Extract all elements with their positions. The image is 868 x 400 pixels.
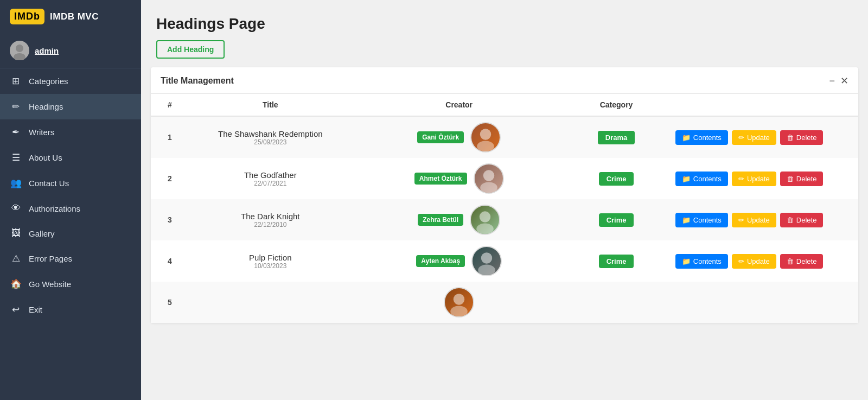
page-title: Headings Page <box>156 15 853 33</box>
folder-icon: 📁 <box>682 134 691 142</box>
contents-button[interactable]: 📁 Contents <box>675 130 728 145</box>
contents-button[interactable]: 📁 Contents <box>675 172 728 186</box>
row-title-cell: The Dark Knight 22/12/2010 <box>189 199 352 240</box>
table-row: 2 The Godfather 22/07/2021 Ahmet Öztürk <box>151 158 858 199</box>
table-card-header: Title Management − ✕ <box>151 67 858 94</box>
sidebar-item-writers[interactable]: ✒ Writers <box>0 119 141 145</box>
row-title-cell: The Godfather 22/07/2021 <box>189 158 352 199</box>
sidebar-item-exit[interactable]: ↩ Exit <box>0 297 141 322</box>
row-category-cell: Drama <box>566 116 667 158</box>
delete-label: Delete <box>796 257 817 265</box>
update-button[interactable]: ✏ Update <box>732 254 776 269</box>
row-date: 25/09/2023 <box>197 138 343 146</box>
pencil-icon: ✏ <box>738 175 744 183</box>
pen-icon: ✒ <box>10 126 22 138</box>
home-icon: 🏠 <box>10 278 22 290</box>
folder-icon: 📁 <box>682 216 691 224</box>
contents-button[interactable]: 📁 Contents <box>675 213 728 227</box>
sidebar-label-about-us: About Us <box>29 153 62 162</box>
svg-point-0 <box>16 45 23 52</box>
delete-button[interactable]: 🗑 Delete <box>780 172 824 186</box>
svg-point-7 <box>476 224 494 234</box>
update-button[interactable]: ✏ Update <box>732 213 776 227</box>
edit-icon: ✏ <box>10 101 22 112</box>
delete-label: Delete <box>796 216 817 224</box>
sidebar-item-categories[interactable]: ⊞ Categories <box>0 68 141 94</box>
trash-icon: 🗑 <box>787 257 794 265</box>
sidebar-item-go-website[interactable]: 🏠 Go Website <box>0 271 141 297</box>
sidebar-label-go-website: Go Website <box>29 280 71 289</box>
avatar <box>444 287 474 318</box>
gallery-icon: 🖼 <box>10 228 22 239</box>
row-creator-cell <box>352 282 566 323</box>
update-button[interactable]: ✏ Update <box>732 130 776 145</box>
close-button[interactable]: ✕ <box>840 75 848 87</box>
folder-icon: 📁 <box>682 175 691 183</box>
table-row: 4 Pulp Fiction 10/03/2023 Ayten Akbaş <box>151 240 858 282</box>
pencil-icon: ✏ <box>738 134 744 142</box>
svg-point-2 <box>480 129 491 139</box>
contents-label: Contents <box>693 175 722 183</box>
row-date: 10/03/2023 <box>197 262 343 270</box>
sidebar-item-about-us[interactable]: ☰ About Us <box>0 145 141 170</box>
col-header-actions <box>667 94 858 116</box>
sidebar-label-authorizations: Authorizations <box>29 204 80 213</box>
row-title: The Godfather <box>197 170 343 180</box>
sidebar-label-categories: Categories <box>29 77 68 86</box>
trash-icon: 🗑 <box>787 216 794 224</box>
table-card: Title Management − ✕ # Title Creator Cat… <box>151 67 858 323</box>
sidebar-item-headings[interactable]: ✏ Headings <box>0 94 141 119</box>
update-button[interactable]: ✏ Update <box>732 172 776 186</box>
delete-label: Delete <box>796 175 817 183</box>
row-actions-cell: 📁 Contents ✏ Update 🗑 Delete <box>667 158 858 199</box>
sidebar-logo: IMDb IMDB MVC <box>0 0 141 33</box>
table-row: 3 The Dark Knight 22/12/2010 Zehra Betül <box>151 199 858 240</box>
avatar <box>471 246 502 276</box>
trash-icon: 🗑 <box>787 175 794 183</box>
table-card-actions: − ✕ <box>829 75 848 87</box>
row-actions-cell: 📁 Contents ✏ Update 🗑 Delete <box>667 240 858 282</box>
trash-icon: 🗑 <box>787 134 794 142</box>
update-label: Update <box>747 175 770 183</box>
main-content: Headings Page Add Heading Title Manageme… <box>141 0 868 400</box>
page-header: Headings Page Add Heading <box>141 0 868 67</box>
row-num: 1 <box>151 116 189 158</box>
svg-point-8 <box>481 252 492 263</box>
avatar <box>474 163 504 194</box>
sidebar-item-authorizations[interactable]: 👁 Authorizations <box>0 196 141 221</box>
user-name-link[interactable]: admin <box>35 46 59 55</box>
row-actions-cell <box>667 282 858 323</box>
row-num: 5 <box>151 282 189 323</box>
exit-icon: ↩ <box>10 304 22 315</box>
grid-icon: ⊞ <box>10 75 22 87</box>
creator-badge: Gani Öztürk <box>417 131 464 143</box>
row-num: 3 <box>151 199 189 240</box>
sidebar-label-headings: Headings <box>29 102 63 111</box>
category-badge: Crime <box>599 172 634 186</box>
add-heading-button[interactable]: Add Heading <box>156 40 225 59</box>
sidebar-item-gallery[interactable]: 🖼 Gallery <box>0 221 141 246</box>
row-title-cell <box>189 282 352 323</box>
sidebar-label-writers: Writers <box>29 128 54 137</box>
sidebar-user[interactable]: admin <box>0 33 141 68</box>
table-row: 5 <box>151 282 858 323</box>
sidebar-item-error-pages[interactable]: ⚠ Error Pages <box>0 246 141 271</box>
delete-button[interactable]: 🗑 Delete <box>780 213 824 227</box>
delete-button[interactable]: 🗑 Delete <box>780 254 824 269</box>
people-icon: 👥 <box>10 177 22 189</box>
svg-point-6 <box>480 211 490 222</box>
creator-badge: Zehra Betül <box>418 214 463 226</box>
table-card-title: Title Management <box>161 76 234 86</box>
minimize-button[interactable]: − <box>829 75 835 87</box>
delete-button[interactable]: 🗑 Delete <box>780 130 824 145</box>
col-header-title: Title <box>189 94 352 116</box>
update-label: Update <box>747 216 770 224</box>
update-label: Update <box>747 134 770 142</box>
table-row: 1 The Shawshank Redemption 25/09/2023 Ga… <box>151 116 858 158</box>
row-title: The Shawshank Redemption <box>197 129 343 138</box>
contents-button[interactable]: 📁 Contents <box>675 254 728 269</box>
sidebar-item-contact-us[interactable]: 👥 Contact Us <box>0 170 141 196</box>
row-creator-cell: Zehra Betül <box>352 199 566 240</box>
svg-point-11 <box>450 306 468 317</box>
pencil-icon: ✏ <box>738 257 744 265</box>
